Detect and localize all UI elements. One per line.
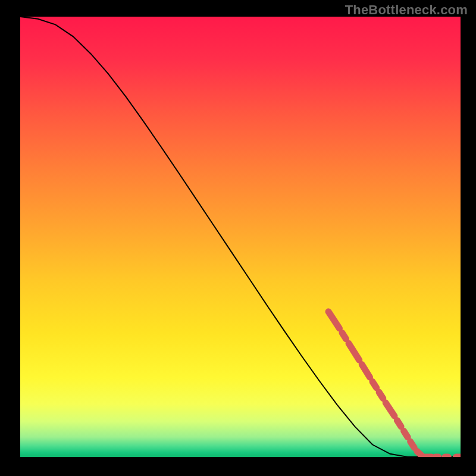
dash-segment xyxy=(372,381,377,387)
chart-frame: TheBottleneck.com xyxy=(0,0,476,476)
dash-segment xyxy=(411,441,415,447)
gradient-background xyxy=(20,17,461,457)
chart-plot-area xyxy=(20,17,461,457)
dash-segment xyxy=(342,333,346,339)
dash-segment xyxy=(379,392,383,398)
dash-segment xyxy=(397,421,401,427)
dash-segment xyxy=(417,451,422,456)
chart-svg xyxy=(20,17,461,457)
watermark-label: TheBottleneck.com xyxy=(345,2,468,18)
dash-segment xyxy=(404,431,408,437)
